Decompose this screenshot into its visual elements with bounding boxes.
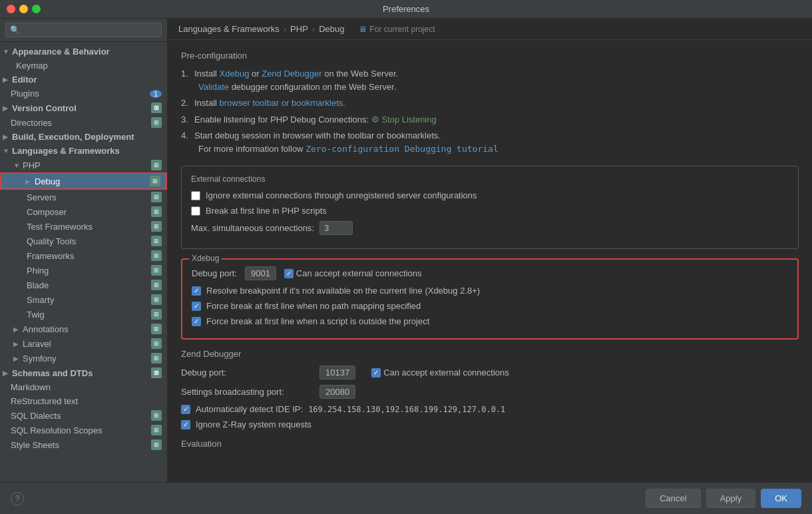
resolve-label: Resolve breakpoint if it's not available… [206, 286, 480, 296]
break-label: Break at first line in PHP scripts [206, 206, 327, 216]
sidebar-item-label: Frameworks [27, 251, 151, 261]
sidebar-item-composer[interactable]: Composer ⊞ [0, 204, 167, 219]
ignore-checkbox[interactable] [191, 191, 200, 200]
list-item: Enable listening for PHP Debug Connectio… [181, 113, 799, 127]
sidebar: ▼ Appearance & Behavior Keymap ▶ Editor … [0, 19, 168, 482]
zero-config-link[interactable]: Zero-configuration Debugging tutorial [305, 144, 499, 154]
search-input[interactable] [5, 23, 162, 37]
stylesheets-icon: ⊞ [151, 439, 162, 450]
project-indicator: 🖥 For current project [359, 25, 435, 34]
quality-icon: ⊞ [151, 236, 162, 246]
zend-port-label: Debug port: [181, 368, 314, 378]
sidebar-item-version-control[interactable]: ▶ Version Control ⊞ [0, 101, 167, 115]
apply-button[interactable]: Apply [706, 489, 756, 508]
xdebug-link[interactable]: Xdebug [220, 69, 250, 79]
sidebar-item-test-frameworks[interactable]: Test Frameworks ⊞ [0, 219, 167, 234]
ignore-zray-checkbox[interactable]: ✓ [181, 420, 190, 429]
list-item: Start debug session in browser with the … [181, 129, 799, 155]
evaluation-section: Evaluation [181, 439, 799, 449]
sidebar-item-label: SQL Resolution Scopes [11, 425, 151, 435]
sidebar-item-plugins[interactable]: Plugins 1 [0, 87, 167, 101]
sidebar-item-debug[interactable]: ▶ Debug ⊞ [0, 172, 167, 190]
sidebar-item-frameworks[interactable]: Frameworks ⊞ [0, 248, 167, 263]
settings-content: Pre-configuration Install Xdebug or Zend… [168, 40, 812, 482]
sidebar-item-symfony[interactable]: ▶ Symfony ⊞ [0, 351, 167, 366]
sidebar-item-laravel[interactable]: ▶ Laravel ⊞ [0, 336, 167, 351]
arrow-icon: ▼ [3, 48, 12, 55]
browser-toolbar-link[interactable]: browser toolbar or bookmarklets. [220, 98, 345, 108]
sidebar-item-label: Languages & Frameworks [12, 146, 162, 156]
sidebar-item-quality-tools[interactable]: Quality Tools ⊞ [0, 234, 167, 248]
sidebar-item-appearance[interactable]: ▼ Appearance & Behavior [0, 45, 167, 59]
breadcrumb-part2: PHP [290, 24, 308, 34]
sidebar-item-schemas[interactable]: ▶ Schemas and DTDs ⊞ [0, 366, 167, 380]
max-connections-input[interactable] [319, 221, 353, 235]
max-connections-row: Max. simultaneous connections: [191, 221, 789, 235]
auto-detect-value: 169.254.158.130,192.168.199.129,127.0.0.… [308, 405, 505, 414]
sidebar-item-label: Directories [11, 118, 151, 128]
arrow-icon: ▶ [13, 340, 23, 348]
sidebar-item-blade[interactable]: Blade ⊞ [0, 278, 167, 292]
sidebar-item-editor[interactable]: ▶ Editor [0, 73, 167, 87]
maximize-button[interactable] [32, 5, 41, 13]
arrow-icon: ▶ [13, 355, 23, 362]
zend-accept-label: Can accept external connections [383, 368, 509, 378]
sidebar-item-languages[interactable]: ▼ Languages & Frameworks [0, 144, 167, 158]
content-area: Languages & Frameworks › PHP › Debug 🖥 F… [168, 19, 812, 482]
sidebar-item-label: PHP [23, 160, 151, 170]
force-break-label: Force break at first line when no path m… [206, 301, 421, 311]
sidebar-item-restructured[interactable]: ReStructured text [0, 394, 167, 408]
ignore-label: Ignore external connections through unre… [206, 190, 477, 200]
sidebar-item-label: SQL Dialects [11, 411, 151, 421]
zend-accept-row: ✓ Can accept external connections [371, 368, 509, 378]
preconfiguration-title: Pre-configuration [181, 51, 799, 61]
sidebar-item-directories[interactable]: Directories ⊞ [0, 115, 167, 130]
php-icon: ⊞ [151, 160, 162, 170]
sidebar-item-sql-resolution[interactable]: SQL Resolution Scopes ⊞ [0, 423, 167, 437]
zend-debugger-link[interactable]: Zend Debugger [262, 69, 321, 79]
close-button[interactable] [7, 5, 15, 13]
xdebug-accept-checkbox[interactable]: ✓ [284, 269, 294, 278]
help-button[interactable]: ? [11, 492, 24, 505]
external-connections-section: External connections Ignore external con… [181, 166, 799, 249]
sidebar-item-markdown[interactable]: Markdown [0, 380, 167, 394]
zend-section: Zend Debugger Debug port: 10137 ✓ Can ac… [181, 349, 799, 429]
window-controls[interactable] [7, 5, 41, 13]
sidebar-item-label: Plugins [11, 89, 150, 99]
ignore-zray-label: Ignore Z-Ray system requests [196, 419, 311, 429]
sidebar-item-php[interactable]: ▼ PHP ⊞ [0, 158, 167, 172]
max-connections-label: Max. simultaneous connections: [191, 223, 314, 233]
arrow-icon: ▼ [3, 147, 12, 154]
auto-detect-label: Automatically detect IDE IP: [196, 404, 303, 414]
force-break2-checkbox[interactable]: ✓ [192, 317, 201, 326]
dir-icon: ⊞ [151, 117, 162, 128]
preconfiguration-list: Install Xdebug or Zend Debugger on the W… [181, 67, 799, 155]
force-break-checkbox[interactable]: ✓ [192, 302, 201, 311]
sidebar-item-label: Blade [27, 280, 151, 290]
sidebar-item-keymap[interactable]: Keymap [0, 59, 167, 73]
sidebar-item-phing[interactable]: Phing ⊞ [0, 263, 167, 278]
minimize-button[interactable] [19, 5, 28, 13]
footer-left: ? [11, 492, 24, 505]
sidebar-item-twig[interactable]: Twig ⊞ [0, 307, 167, 322]
zend-accept-checkbox[interactable]: ✓ [371, 368, 381, 378]
breadcrumb-part3: Debug [319, 24, 344, 34]
sidebar-item-stylesheets[interactable]: Style Sheets ⊞ [0, 437, 167, 452]
validate-link[interactable]: Validate [198, 82, 229, 92]
resolve-checkbox[interactable]: ✓ [192, 286, 201, 296]
stop-listening-link[interactable]: ⚙ Stop Listening [371, 115, 437, 125]
sidebar-item-build[interactable]: ▶ Build, Execution, Deployment [0, 130, 167, 144]
auto-detect-checkbox[interactable]: ✓ [181, 405, 190, 414]
sidebar-item-sql-dialects[interactable]: SQL Dialects ⊞ [0, 408, 167, 423]
sidebar-item-servers[interactable]: Servers ⊞ [0, 190, 167, 204]
sidebar-item-label: Test Frameworks [27, 222, 151, 232]
ok-button[interactable]: OK [761, 489, 801, 508]
search-bar[interactable] [0, 19, 167, 42]
sidebar-item-smarty[interactable]: Smarty ⊞ [0, 292, 167, 307]
cancel-button[interactable]: Cancel [646, 489, 700, 508]
xdebug-port-value: 9001 [245, 266, 276, 280]
vc-icon: ⊞ [151, 103, 162, 113]
schemas-icon: ⊞ [151, 368, 162, 378]
sidebar-item-annotations[interactable]: ▶ Annotations ⊞ [0, 322, 167, 336]
break-checkbox[interactable] [191, 206, 200, 216]
